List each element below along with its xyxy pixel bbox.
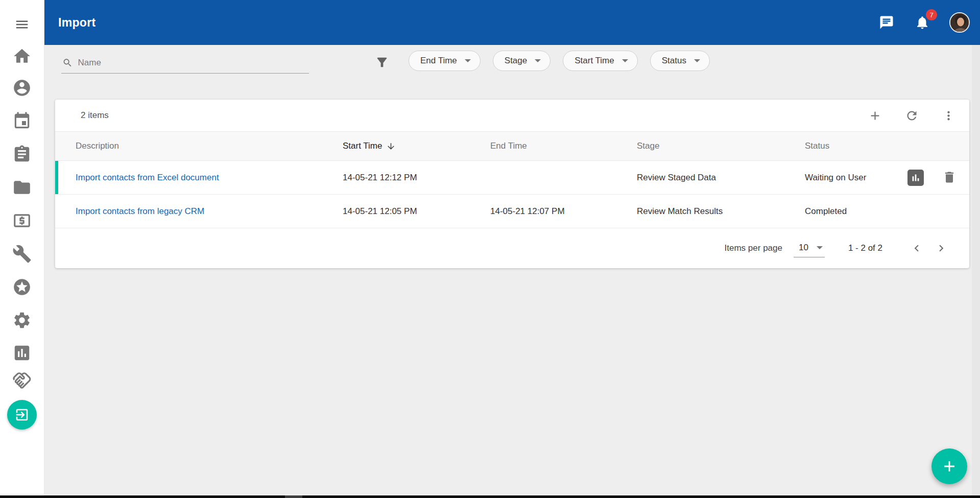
import-icon [14,407,30,422]
refresh-icon [905,109,919,123]
sidebar-item-contacts[interactable] [12,78,32,98]
delete-button[interactable] [942,170,958,185]
bar-chart-icon [910,172,921,183]
sidebar-item-billing[interactable] [12,210,32,231]
sidebar-item-calendar[interactable] [12,111,32,131]
import-job-link[interactable]: Import contacts from Excel document [76,173,219,182]
sidebar-item-deals[interactable] [12,370,32,391]
card-toolbar: 2 items [55,100,969,131]
row-stage: Review Match Results [637,206,805,217]
contacts-icon [12,78,32,98]
row-start-time: 14-05-21 12:05 PM [343,206,490,217]
row-description: Import contacts from Excel document [55,173,343,183]
sidebar-item-tools[interactable] [12,244,32,264]
row-status: Completed [805,206,898,217]
next-page-button[interactable] [933,240,950,257]
filter-chip-status[interactable]: Status [650,51,710,71]
page-title: Import [58,16,95,30]
chip-label: Status [662,56,686,66]
chevron-down-icon [465,59,471,62]
filter-chip-stage[interactable]: Stage [493,51,551,71]
search-field[interactable] [61,52,309,74]
items-per-page-label: Items per page [725,243,782,253]
refresh-button[interactable] [904,108,919,123]
sidebar-item-import[interactable] [7,400,37,430]
deals-icon [12,371,32,390]
sidebar-item-tasks[interactable] [12,144,32,164]
sidebar-item-documents[interactable] [12,177,32,198]
sidebar-item-home[interactable] [12,46,32,66]
filter-bar: End Time Stage Start Time Status [44,45,980,100]
settings-icon [12,311,32,330]
table-header-row: Description Start Time End Time Stage St… [55,131,969,161]
pagination-bar: Items per page 10 1 - 2 of 2 [55,228,969,268]
home-icon [12,46,32,66]
sidebar [0,0,44,498]
trash-icon [942,170,957,184]
filter-button[interactable] [375,55,390,70]
tasks-icon [12,145,32,164]
table-row: Import contacts from Excel document 14-0… [55,161,969,195]
chip-label: Stage [505,56,527,66]
add-button[interactable] [867,108,882,123]
user-avatar[interactable] [949,12,970,33]
column-header-start-time[interactable]: Start Time [343,141,490,151]
app-bar: Import 7 [44,0,980,45]
calendar-icon [12,111,32,131]
chip-label: Start Time [575,56,614,66]
favorites-icon [12,277,32,297]
column-header-status[interactable]: Status [805,141,898,151]
chevron-left-icon [910,242,923,255]
import-job-link[interactable]: Import contacts from legacy CRM [76,206,204,216]
column-header-end-time[interactable]: End Time [490,141,637,151]
documents-icon [12,178,32,197]
notifications-button[interactable]: 7 [914,14,931,31]
tools-icon [12,244,32,264]
search-input[interactable] [78,58,309,68]
row-active-indicator [55,161,58,194]
chevron-down-icon [817,246,823,249]
reports-icon [12,343,32,363]
items-count: 2 items [81,110,109,121]
sidebar-item-reports[interactable] [12,343,32,363]
more-options-button[interactable] [941,108,956,123]
search-icon [62,57,73,68]
chevron-right-icon [935,242,948,255]
row-status: Waiting on User [805,173,898,183]
previous-page-button[interactable] [908,240,925,257]
notification-badge: 7 [926,9,937,20]
kebab-icon [942,109,955,123]
sort-descending-icon [386,141,396,151]
items-per-page-select[interactable]: 10 [794,240,825,257]
page-range-label: 1 - 2 of 2 [848,243,882,253]
view-results-button[interactable] [907,170,924,186]
row-start-time: 14-05-21 12:12 PM [343,173,490,183]
sidebar-item-favorites[interactable] [12,277,32,297]
row-stage: Review Staged Data [637,173,805,183]
chevron-down-icon [622,59,628,62]
create-import-fab[interactable] [931,448,967,484]
filter-chip-start-time[interactable]: Start Time [563,51,637,71]
chip-label: End Time [420,56,457,66]
sidebar-item-settings[interactable] [12,310,32,330]
chevron-down-icon [535,59,541,62]
table-row: Import contacts from legacy CRM 14-05-21… [55,195,969,228]
import-list-card: 2 items Description Start Time End Time … [55,100,969,268]
chevron-down-icon [694,59,700,62]
column-header-stage[interactable]: Stage [637,141,805,151]
row-end-time: 14-05-21 12:07 PM [490,206,637,217]
messages-button[interactable] [878,14,895,31]
row-description: Import contacts from legacy CRM [55,206,343,217]
vertical-scrollbar[interactable] [972,45,980,495]
column-header-description[interactable]: Description [55,141,343,151]
menu-icon[interactable] [12,14,32,35]
funnel-icon [375,55,389,69]
billing-icon [12,211,32,230]
window-bottom-edge [0,495,980,498]
chat-icon [879,15,894,30]
plus-icon [868,109,882,123]
filter-chip-end-time[interactable]: End Time [409,51,481,71]
plus-icon [941,458,958,475]
